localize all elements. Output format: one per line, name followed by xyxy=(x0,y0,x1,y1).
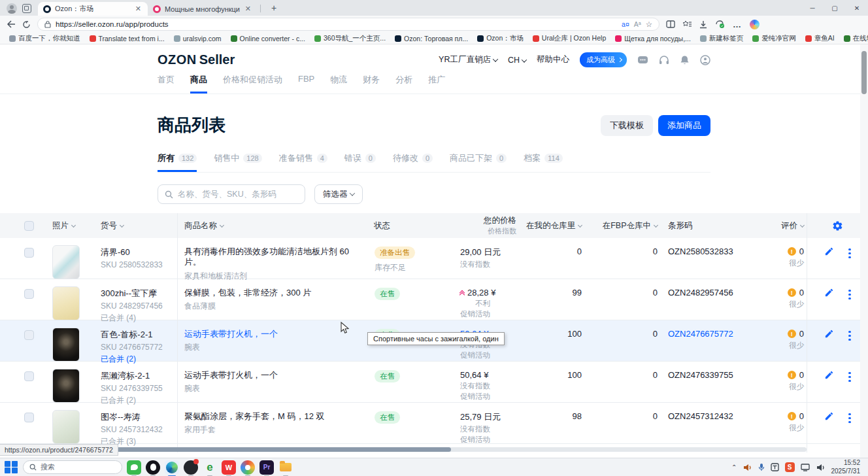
bookmark-item[interactable]: Ozon：市场 xyxy=(473,33,527,44)
browser-essentials-icon[interactable] xyxy=(715,20,725,29)
row-checkbox[interactable] xyxy=(24,248,34,258)
bookmark-item[interactable]: Щетка для посуды,... xyxy=(611,34,695,43)
product-article[interactable]: 300zhi--宝下摩 xyxy=(101,288,157,299)
explorer-app-icon[interactable] xyxy=(278,460,293,475)
product-article[interactable]: 清界-60 xyxy=(101,246,130,258)
bookmark-item[interactable]: 爱纯净官网 xyxy=(748,33,800,44)
bookmark-item[interactable]: 百度一下，你就知道 xyxy=(5,33,84,44)
premium-button[interactable]: 成为高级 xyxy=(580,52,627,67)
horizontal-scrollbar[interactable] xyxy=(0,447,807,452)
nav-item[interactable]: 价格和促销活动 xyxy=(223,74,282,94)
row-checkbox[interactable] xyxy=(24,289,34,299)
edit-icon[interactable] xyxy=(824,288,834,298)
bookmark-item[interactable]: uralsvip.com xyxy=(170,34,225,43)
favorites-icon[interactable] xyxy=(683,20,692,28)
product-photo[interactable] xyxy=(52,369,80,403)
ie-app-icon[interactable] xyxy=(203,460,217,475)
help-center-link[interactable]: 帮助中心 xyxy=(537,54,569,65)
browser-profile-avatar-icon[interactable] xyxy=(7,3,17,14)
filter-tab[interactable]: 商品已下架0 xyxy=(450,152,507,172)
chat-icon[interactable] xyxy=(637,55,648,65)
qq-app-icon[interactable] xyxy=(146,460,160,475)
bookmark-item[interactable]: 新建标签页 xyxy=(696,33,748,44)
filter-tab[interactable]: 准备销售4 xyxy=(279,152,327,172)
product-photo[interactable] xyxy=(52,286,80,320)
tab-close-icon[interactable]: ✕ xyxy=(244,5,252,13)
filter-tab[interactable]: 档案114 xyxy=(524,152,563,172)
tab-ozon-market[interactable]: Ozon：市场 ✕ xyxy=(38,2,148,16)
bookmark-item[interactable]: 360导航_一个主页... xyxy=(310,33,390,44)
read-aloud-icon[interactable]: Aᵃ xyxy=(634,20,641,28)
vertical-scrollbar[interactable] xyxy=(860,44,868,458)
favorite-star-icon[interactable]: ☆ xyxy=(646,20,652,29)
language-selector[interactable]: CH xyxy=(508,56,526,65)
product-search[interactable] xyxy=(158,184,305,204)
tab-secondary[interactable]: Мощные многофункциональнь ✕ xyxy=(148,2,258,16)
filter-tab[interactable]: 错误0 xyxy=(344,152,376,172)
col-fbp[interactable]: 在FBP仓库中 xyxy=(582,213,658,238)
wps-app-icon[interactable] xyxy=(222,460,236,475)
nav-item[interactable]: 首页 xyxy=(158,74,175,94)
row-checkbox[interactable] xyxy=(24,330,34,340)
product-article[interactable]: 图岑--寿涛 xyxy=(101,411,141,423)
nav-item[interactable]: 物流 xyxy=(330,74,347,94)
display-icon[interactable] xyxy=(801,464,810,471)
nav-item[interactable]: 推广 xyxy=(428,74,445,94)
edit-icon[interactable] xyxy=(824,329,834,339)
bookmark-item[interactable]: Ural企库 | Ozon Help xyxy=(529,33,610,44)
bookmark-item[interactable]: Online converter - c... xyxy=(227,34,309,43)
ozon-seller-logo[interactable]: OZONSeller xyxy=(158,52,235,67)
close-button[interactable]: ✕ xyxy=(846,1,868,16)
row-menu-icon[interactable] xyxy=(848,246,850,258)
edit-icon[interactable] xyxy=(824,411,834,421)
row-menu-icon[interactable] xyxy=(848,370,850,382)
row-menu-icon[interactable] xyxy=(848,288,850,299)
col-name[interactable]: 商品名称 xyxy=(178,213,374,238)
nav-item[interactable]: 分析 xyxy=(395,74,412,94)
edge-app-icon[interactable] xyxy=(165,460,179,475)
product-photo[interactable] xyxy=(52,328,80,362)
add-product-button[interactable]: 添加商品 xyxy=(658,115,710,136)
wechat-app-icon[interactable] xyxy=(127,460,141,475)
obs-app-icon[interactable] xyxy=(184,460,198,475)
bookmark-item[interactable]: 在线转换器 - 免费... xyxy=(840,33,868,44)
edit-icon[interactable] xyxy=(824,370,834,380)
nav-item[interactable]: FBP xyxy=(298,74,314,94)
refresh-icon[interactable] xyxy=(22,20,31,29)
barcode-value[interactable]: OZN2476339755 xyxy=(658,362,762,406)
row-menu-icon[interactable] xyxy=(848,411,850,423)
vertical-scroll-thumb[interactable] xyxy=(861,51,867,94)
url-field[interactable]: https://seller.ozon.ru/app/products a¤ A… xyxy=(37,18,659,31)
downloads-icon[interactable] xyxy=(699,20,707,29)
barcode-value[interactable]: OZN2476675772 xyxy=(658,320,762,365)
barcode-value[interactable]: OZN2580532833 xyxy=(658,238,762,282)
store-selector[interactable]: YR工厂直销店 xyxy=(439,54,497,65)
minimize-button[interactable]: ─ xyxy=(801,1,824,16)
row-menu-icon[interactable] xyxy=(848,329,850,341)
premiere-app-icon[interactable] xyxy=(259,460,274,475)
tray-expand-icon[interactable]: ⌃ xyxy=(731,464,737,471)
product-photo[interactable] xyxy=(52,410,80,444)
headset-icon[interactable] xyxy=(659,55,669,65)
bookmark-item[interactable]: 章鱼AI xyxy=(801,33,839,44)
workspaces-icon[interactable] xyxy=(22,4,31,13)
product-name[interactable]: 运动手表带打火机，一个 xyxy=(184,370,278,381)
select-all-checkbox[interactable] xyxy=(24,221,34,231)
row-checkbox[interactable] xyxy=(24,413,34,422)
col-photo[interactable]: 照片 xyxy=(44,213,92,238)
input-method-icon[interactable] xyxy=(771,463,779,471)
download-template-button[interactable]: 下载模板 xyxy=(601,115,653,136)
gear-icon[interactable] xyxy=(832,220,843,231)
table-row[interactable]: 清界-60 SKU 2580532833 具有消毒作用的强效多功能清洁地板片剂 … xyxy=(0,238,868,279)
maximize-button[interactable]: ▢ xyxy=(824,1,846,16)
edit-icon[interactable] xyxy=(824,246,834,256)
tab-close-icon[interactable]: ✕ xyxy=(134,5,142,13)
filter-tab[interactable]: 所有132 xyxy=(158,152,197,172)
row-checkbox[interactable] xyxy=(24,371,34,381)
col-article[interactable]: 货号 xyxy=(92,213,178,238)
bookmark-item[interactable]: Translate text from i... xyxy=(86,34,169,43)
volume-icon[interactable] xyxy=(743,464,752,471)
start-button-icon[interactable] xyxy=(4,460,18,475)
speaker-icon[interactable] xyxy=(816,464,826,471)
col-rating[interactable]: 评价 xyxy=(762,213,807,238)
